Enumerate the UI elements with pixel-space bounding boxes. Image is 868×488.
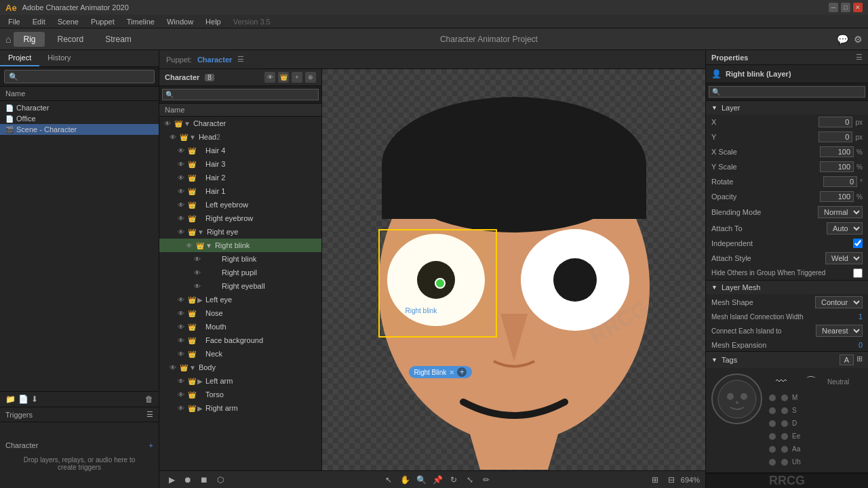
menu-scene[interactable]: Scene: [52, 16, 84, 27]
prop-independent-checkbox[interactable]: [853, 239, 863, 248]
prop-mesh-shape-select[interactable]: Contour: [815, 296, 863, 308]
tool-record[interactable]: ⏺: [181, 473, 195, 487]
layer-right-eyebrow[interactable]: 👁 👑 ▶ Right eyebrow: [159, 211, 321, 225]
import-icon[interactable]: ⬇: [31, 394, 38, 404]
props-mesh-header[interactable]: ▼ Layer Mesh: [706, 281, 868, 294]
tree-item-character[interactable]: 📄 Character: [0, 102, 159, 113]
prop-opacity-input[interactable]: [820, 191, 854, 202]
layer-character[interactable]: 👁 👑 ▼ Character: [159, 117, 321, 130]
new-folder-icon[interactable]: 📁: [5, 394, 16, 404]
tool-extra1[interactable]: ⊞: [648, 473, 662, 487]
close-button[interactable]: ✕: [853, 3, 863, 12]
prop-blending-select[interactable]: Normal: [818, 206, 863, 218]
vis-icon: 👁: [176, 161, 186, 168]
tag-add-button[interactable]: +: [457, 367, 467, 377]
layer-header-icon-4[interactable]: ⊕: [305, 72, 316, 83]
tag-icon-1[interactable]: ⊞: [856, 354, 863, 365]
tag-close-button[interactable]: ✕: [449, 369, 454, 376]
prop-x-input[interactable]: [818, 117, 852, 127]
new-item-icon[interactable]: 📄: [18, 394, 28, 404]
layer-hair1[interactable]: 👁 👑 ▶ Hair 1: [159, 184, 321, 198]
props-search-input[interactable]: [709, 86, 865, 98]
layer-right-blink[interactable]: 👁 ▶ Right blink: [159, 252, 321, 266]
layer-torso[interactable]: 👁 👑 ▶ Torso: [159, 388, 321, 401]
tool-pin[interactable]: 📌: [431, 473, 444, 487]
props-layer-header[interactable]: ▼ Layer: [706, 101, 868, 115]
prop-y-input[interactable]: [818, 131, 852, 142]
tag-dot-aa2: [781, 446, 788, 453]
props-menu-icon[interactable]: ☰: [856, 53, 863, 62]
tool-brush[interactable]: ✏: [479, 473, 493, 487]
triggers-options-icon[interactable]: ☰: [146, 410, 153, 419]
tab-history[interactable]: History: [39, 50, 79, 66]
layer-right-pupil[interactable]: 👁 ▶ Right pupil: [159, 266, 321, 279]
menu-window[interactable]: Window: [161, 16, 199, 27]
menu-puppet[interactable]: Puppet: [85, 16, 120, 27]
tag-letter-a[interactable]: A: [840, 354, 854, 365]
menu-help[interactable]: Help: [200, 16, 226, 27]
prop-attach-select[interactable]: Auto: [827, 222, 863, 235]
prop-rotate-input[interactable]: [823, 176, 857, 187]
tab-rig[interactable]: Rig: [14, 32, 45, 47]
tool-mesh[interactable]: ⬡: [214, 473, 227, 487]
triggers-add-icon[interactable]: +: [149, 441, 153, 449]
menu-edit[interactable]: Edit: [27, 16, 51, 27]
tab-record[interactable]: Record: [47, 32, 93, 47]
layer-name-row: 👤 Right blink (Layer): [706, 65, 868, 83]
prop-attach-style-select[interactable]: Weld: [825, 252, 863, 264]
tool-arrow[interactable]: ↖: [382, 473, 395, 487]
tool-zoom[interactable]: 🔍: [414, 473, 428, 487]
layer-head[interactable]: 👁 👑 ▼ Head 2: [159, 130, 321, 144]
window-controls[interactable]: ─ □ ✕: [829, 3, 863, 12]
tool-hand[interactable]: ✋: [398, 473, 412, 487]
menu-file[interactable]: File: [3, 16, 26, 27]
tool-warp[interactable]: ⤡: [463, 473, 477, 487]
layer-hair3[interactable]: 👁 👑 ▶ Hair 3: [159, 157, 321, 171]
left-search-input[interactable]: [4, 70, 155, 83]
layer-right-eyeball[interactable]: 👁 ▶ Right eyeball: [159, 279, 321, 293]
layer-torso-label: Torso: [205, 390, 224, 399]
tool-rotate[interactable]: ↻: [447, 473, 460, 487]
layer-left-arm[interactable]: 👁 👑 ▶ Left arm: [159, 374, 321, 388]
props-tags-header[interactable]: ▼ Tags A ⊞: [706, 352, 868, 368]
prop-xscale-input[interactable]: [820, 146, 854, 157]
layers-search-input[interactable]: [162, 89, 319, 100]
prop-hide-others-checkbox[interactable]: [853, 268, 863, 278]
canvas-area[interactable]: Right blink Right Blink ✕ + RRCG: [322, 69, 705, 470]
layer-right-blink-group[interactable]: 👁 👑 ▼ Right blink: [159, 239, 321, 252]
layer-neck[interactable]: 👁 👑 ▶ Neck: [159, 347, 321, 361]
tool-extra2[interactable]: ⊟: [665, 473, 678, 487]
tree-item-scene[interactable]: 🎬 Scene - Character: [0, 124, 159, 135]
layer-hair4[interactable]: 👁 👑 ▶ Hair 4: [159, 144, 321, 157]
layer-body[interactable]: 👁 👑 ▼ Body: [159, 361, 321, 374]
svg-point-10: [727, 393, 734, 400]
tab-stream[interactable]: Stream: [96, 32, 141, 47]
tab-project[interactable]: Project: [0, 50, 39, 66]
layer-right-arm[interactable]: 👁 👑 ▶ Right arm: [159, 401, 321, 415]
home-icon[interactable]: ⌂: [5, 34, 11, 45]
layer-right-eye[interactable]: 👁 👑 ▼ Right eye: [159, 225, 321, 239]
prop-connect-island-select[interactable]: Nearest: [816, 325, 863, 337]
menu-timeline[interactable]: Timeline: [121, 16, 160, 27]
toolbar-chat-icon[interactable]: 💬: [837, 34, 848, 45]
tool-stop[interactable]: ⏹: [197, 473, 211, 487]
layer-header-icon-3[interactable]: +: [292, 72, 302, 83]
layer-header-icon-1[interactable]: 👁: [264, 72, 275, 83]
layer-hair2[interactable]: 👁 👑 ▶ Hair 2: [159, 171, 321, 184]
layer-mouth[interactable]: 👁 👑 ▶ Mouth: [159, 320, 321, 333]
layer-left-eye[interactable]: 👁 👑 ▶ Left eye: [159, 293, 321, 306]
puppet-menu-icon[interactable]: ☰: [237, 55, 244, 64]
toolbar-settings-icon[interactable]: ⚙: [854, 34, 863, 45]
layer-nose[interactable]: 👁 👑 ▶ Nose: [159, 306, 321, 320]
delete-icon[interactable]: 🗑: [145, 394, 153, 404]
tool-play[interactable]: ▶: [165, 473, 178, 487]
tag-dot-aa1: [769, 446, 776, 453]
tree-item-office[interactable]: 📄 Office: [0, 113, 159, 124]
maximize-button[interactable]: □: [841, 3, 850, 12]
minimize-button[interactable]: ─: [829, 3, 838, 12]
layer-face-bg[interactable]: 👁 👑 ▶ Face background: [159, 333, 321, 347]
layer-left-eyebrow[interactable]: 👁 👑 ▶ Left eyebrow: [159, 198, 321, 211]
vis-icon: 👁: [176, 188, 186, 195]
prop-yscale-input[interactable]: [820, 161, 854, 172]
layer-header-icon-2[interactable]: 👑: [278, 72, 289, 83]
